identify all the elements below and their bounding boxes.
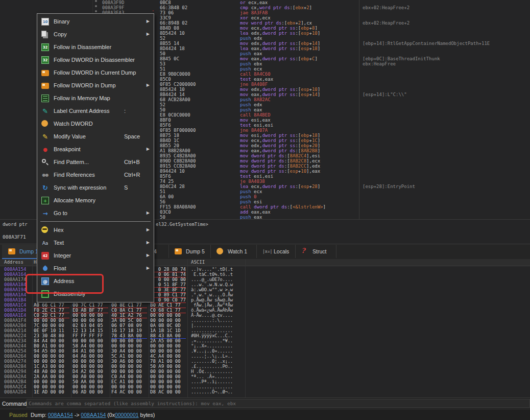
dump-row[interactable]: 008AA22423 30 48 80FF FF FF FF78 43 8A 0… <box>0 333 530 338</box>
disasm-row[interactable]: 008A3F9D0BC8or ecx,eax <box>0 0 530 5</box>
instruction-bytes: 8D4C24 28 <box>160 184 185 189</box>
menu-item-label: Label Current Address <box>54 108 109 114</box>
menu-item-follow-in-memory-map[interactable]: Follow in Memory Map <box>37 92 154 105</box>
dump-hex-group: 3A 00 5C 00 <box>111 318 147 323</box>
instruction-text: test esi,esi <box>240 123 273 128</box>
menu-item-label: Text <box>54 240 64 246</box>
dump-address: 008AA214 <box>4 328 26 333</box>
truck-icon <box>8 248 15 254</box>
dump-status-text: Dump: 008AA154 -> 008AA154 (0x00000001 b… <box>31 412 155 418</box>
menu-item-label: Address <box>54 278 74 284</box>
dump-hex-group: 50 AA 00 00 <box>73 379 108 384</box>
submenu-arrow-icon: ▶ <box>147 147 150 151</box>
menu-item-address[interactable]: @Address <box>37 275 154 288</box>
dump-row[interactable]: 008AA1D4F0 2E C1 77E0 AB BF 77C0 8A C1 7… <box>0 308 530 313</box>
menu-item-shortcut: Ctrl+B <box>124 159 140 165</box>
menu-item-label-current-address[interactable]: ✎Label Current Address: <box>37 105 154 118</box>
dump-ascii: õ.Åwà«¿wÀ.ÅwÀhÅw <box>191 308 233 313</box>
menu-item-hex[interactable]: Hex▶ <box>37 224 154 237</box>
instruction-bytes: 8915 CCB28A00 <box>160 164 196 169</box>
dump-size-link[interactable]: 00000001 <box>115 412 139 418</box>
dump-ascii: |............... <box>191 323 233 328</box>
menu-item-watch-dword[interactable]: Watch DWORD <box>37 118 154 130</box>
dump-hex-group: 1E AD 00 00 <box>34 389 69 394</box>
instruction-text: call 8A4C60 <box>240 72 271 77</box>
dump-size-prefix: (0x <box>106 412 115 418</box>
menu-item-follow-in-disassembler[interactable]: 32Follow in Disassembler <box>37 41 154 54</box>
dump-row[interactable]: 008AA1C4A0 66 C1 7700 7C C1 7700 8E C1 7… <box>0 302 530 308</box>
menu-item-follow-dword-in-current-dump[interactable]: Follow DWORD in Current Dump <box>37 66 154 79</box>
dump-address: 008AA1C4 <box>4 302 26 308</box>
dump-row[interactable]: 008AA2C400 00 00 0000 00 00 0000 00 00 0… <box>0 384 530 389</box>
breakpoint-dot-icon[interactable] <box>95 5 97 7</box>
menu-item-binary[interactable]: 10Binary▶ <box>37 15 154 28</box>
dump-row[interactable]: 008AA2841C A3 00 0000 00 00 0000 00 00 0… <box>0 364 530 369</box>
dump-ascii: à:.wÐO.w°°.w >.w <box>191 287 233 292</box>
menu-item-text[interactable]: AaText▶ <box>37 237 154 249</box>
menu-item-sync-with-expression[interactable]: ↻Sync with expressionS <box>37 181 154 194</box>
dump-row[interactable]: 008AA1E4C0 2D C1 7700 00 00 0040 1E A2 7… <box>0 313 530 318</box>
menu-item-modify-value[interactable]: ✎Modify ValueSpace <box>37 130 154 143</box>
dump-hex-group: 00 00 00 00 <box>73 364 108 369</box>
dump-row[interactable]: 008AA23484 A4 00 0000 00 00 0000 00 00 0… <box>0 338 530 343</box>
disasm-row[interactable]: 008A3F9F66:3B4B 02cmp cx,word ptr ds:[eb… <box>0 5 530 10</box>
dump-row[interactable]: 008AA2D41E AD 00 0006 AD 00 00F4 AC 00 0… <box>0 389 530 394</box>
dump-hex-group: 84 A4 00 00 <box>34 338 69 343</box>
menu-item-follow-dword-in-disassembler[interactable]: 32Follow DWORD in Disassembler <box>37 54 154 66</box>
dump-ascii: ...w.¨.w.N.w.Q.w <box>191 282 233 287</box>
break-icon: ● <box>41 146 49 153</box>
dump-row[interactable]: 008AA27400 00 00 0000 00 00 0030 A6 00 0… <box>0 359 530 364</box>
hex-icon <box>41 226 48 233</box>
instruction-bytes: 52 <box>160 36 165 41</box>
dump-hex-group: 0A 0B 0C 0D <box>150 323 186 328</box>
dump-to-link[interactable]: 008AA154 <box>81 412 106 418</box>
menu-item-float[interactable]: Float▶ <box>37 262 154 275</box>
dump-ascii: ........0¦..x¡.. <box>191 359 233 364</box>
breakpoint-dot-icon[interactable] <box>95 10 97 12</box>
debugger-state-badge: Paused <box>9 412 28 418</box>
dump-hex-group: 00 00 00 00 <box>73 313 108 318</box>
dump-row[interactable]: 008AA25494 A5 00 0084 A1 00 0030 A4 00 0… <box>0 348 530 354</box>
menu-item-copy[interactable]: Copy▶ <box>37 28 154 41</box>
menu-item-find-references[interactable]: ●●Find ReferencesCtrl+R <box>37 169 154 181</box>
addr-icon: @ <box>41 277 49 285</box>
dump-row[interactable]: 008AA26400 00 00 0004 A6 00 005C A1 00 0… <box>0 354 530 359</box>
instruction-comment: [ebp+0C]:BaseThreadInitThunk <box>363 56 440 61</box>
instruction-text: or ecx,eax <box>240 0 268 5</box>
instruction-bytes: 66:894B 02 <box>160 20 187 26</box>
dump-row[interactable]: 008AA2140E 0F 10 1112 13 14 1516 17 18 1… <box>0 328 530 333</box>
instruction-text: mov dword ptr ds:[8AB2C4],esi <box>240 153 320 158</box>
dump-row[interactable]: 008AA244B0 A1 00 0058 A4 00 0000 00 00 0… <box>0 343 530 348</box>
instruction-text: mov edx,dword ptr ss:[ebp+20] <box>240 143 320 148</box>
menu-item-label: Float <box>54 265 66 271</box>
dump-row[interactable]: 008AA29448 A0 00 00D4 A2 00 0000 00 00 0… <box>0 369 530 374</box>
instruction-comment: ebx:HeapFree <box>363 61 396 66</box>
menu-item-find-pattern[interactable]: Find Pattern...Ctrl+B <box>37 156 154 169</box>
menu-item-allocate-memory[interactable]: +Allocate Memory <box>37 194 154 207</box>
instruction-text: mov word ptr ds:[ebx+2],cx <box>240 20 312 26</box>
breakpoint-dot-icon[interactable] <box>95 0 97 2</box>
tab-locals[interactable]: |x=|Locals <box>256 245 296 258</box>
dump-row[interactable]: 008AA1F400 00 00 0000 00 00 003A 00 5C 0… <box>0 318 530 323</box>
tab-label: Watch 1 <box>228 248 247 254</box>
dump-ascii: ................ <box>191 384 233 389</box>
dump-row[interactable]: 008AA2B400 00 00 0050 AA 00 00EC A1 00 0… <box>0 379 530 384</box>
dump-row[interactable]: 008AA2A42A AA 00 0000 A0 00 00C0 A4 00 0… <box>0 374 530 379</box>
dump-ascii: ..)v....°'.tÐ(.t <box>191 267 233 272</box>
menu-item-disassembly[interactable]: Disassembly <box>37 288 154 300</box>
disasm-icon <box>41 290 49 298</box>
command-label: Command: <box>2 401 28 407</box>
tab-watch1[interactable]: Watch 1 <box>210 245 257 258</box>
tab-dump5[interactable]: Dump 5 <box>168 245 211 258</box>
tab-struct[interactable]: ?Struct <box>295 245 336 258</box>
cat-icon <box>41 120 48 127</box>
menu-item-integer[interactable]: 42Integer▶ <box>37 249 154 262</box>
menu-item-go-to[interactable]: →Go to▶ <box>37 207 154 220</box>
dump-row[interactable]: 008AA2047C 00 00 0002 03 04 0506 07 08 0… <box>0 323 530 328</box>
dump-hex-group: 00 00 00 00 <box>150 318 186 323</box>
command-input[interactable] <box>27 399 530 408</box>
dump-from-link[interactable]: 008AA154 <box>48 412 73 418</box>
menu-item-breakpoint[interactable]: ●Breakpoint▶ <box>37 143 154 156</box>
menu-item-follow-dword-in-dump[interactable]: Follow DWORD in Dump▶ <box>37 79 154 92</box>
instruction-text: mov eax,dword ptr ds:[8AB2B8] <box>240 148 320 153</box>
